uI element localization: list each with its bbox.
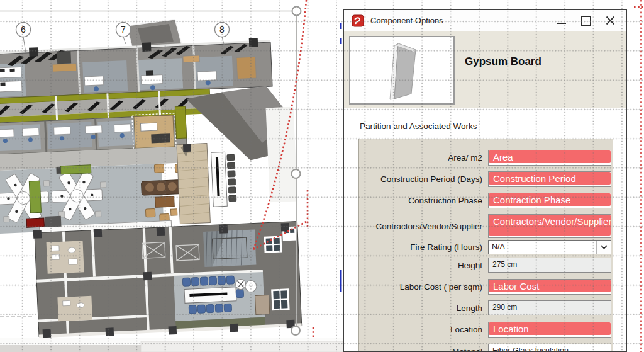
red-cabinet bbox=[26, 218, 45, 227]
section-handle-middle[interactable] bbox=[292, 169, 301, 178]
section-handle-bottom[interactable] bbox=[291, 326, 300, 335]
field-label: Contractors/Vendor/Supplier bbox=[359, 222, 488, 231]
field-label: Height bbox=[359, 261, 488, 270]
field-label: Material bbox=[359, 347, 488, 352]
olive-panel bbox=[175, 106, 186, 139]
bottom-strip-gray bbox=[0, 345, 141, 352]
sketchup-screen: 6 7 8 Component Options bbox=[0, 0, 644, 352]
field-label: Construction Period (Days) bbox=[359, 174, 488, 184]
conference-room bbox=[174, 272, 270, 331]
field-label: Location bbox=[359, 325, 488, 334]
field-label: Labor Cost ( per sqm) bbox=[359, 282, 488, 292]
component-options-dialog: Component Options Gypsum Board Partition… bbox=[343, 9, 627, 352]
field-label: Fire Rating (Hours) bbox=[359, 242, 488, 252]
field-row-fire-rating: Fire Rating (Hours) N/A bbox=[359, 240, 613, 254]
fire-rating-dropdown[interactable]: N/A bbox=[488, 240, 611, 254]
maximize-icon bbox=[581, 16, 591, 26]
meeting-chairs bbox=[227, 154, 236, 202]
contractors-input[interactable]: Contractors/Vendor/Supplier bbox=[488, 214, 611, 238]
close-icon bbox=[606, 16, 615, 25]
stone-floor bbox=[177, 144, 210, 224]
green-bench bbox=[60, 165, 91, 174]
field-row-height: Height 275 cm bbox=[359, 258, 613, 273]
stairwell bbox=[203, 229, 256, 267]
dialog-titlebar[interactable]: Component Options bbox=[344, 10, 626, 31]
field-row-construction-phase: Construction Phase Contraction Phase bbox=[359, 193, 613, 208]
dialog-title: Component Options bbox=[370, 16, 443, 25]
close-button[interactable] bbox=[605, 15, 616, 26]
labor-cost-input[interactable]: Labor Cost bbox=[488, 279, 611, 295]
component-header: Gypsum Board bbox=[344, 31, 626, 108]
minimize-icon bbox=[557, 23, 566, 24]
maximize-button[interactable] bbox=[580, 15, 591, 26]
field-row-construction-period: Construction Period (Days) Construction … bbox=[359, 171, 613, 187]
length-input[interactable]: 290 cm bbox=[488, 300, 611, 315]
field-row-labor-cost: Labor Cost ( per sqm) Labor Cost bbox=[359, 279, 613, 295]
gypsum-board-preview bbox=[350, 37, 453, 103]
dropdown-button[interactable] bbox=[596, 241, 611, 254]
chevron-down-icon bbox=[601, 245, 608, 249]
field-label: Length bbox=[359, 304, 488, 313]
section-title: Partition and Associated Works bbox=[360, 122, 626, 131]
options-form-panel: Area/ m2 Area Construction Period (Days)… bbox=[358, 139, 613, 352]
component-thumbnail bbox=[349, 36, 455, 105]
field-row-location: Location Location bbox=[359, 322, 613, 338]
area-input[interactable]: Area bbox=[488, 150, 611, 166]
grid-bubble-label: 7 bbox=[121, 25, 126, 35]
field-row-area: Area/ m2 Area bbox=[359, 150, 613, 166]
construction-phase-input[interactable]: Contraction Phase bbox=[488, 193, 611, 208]
material-input[interactable]: Fiber Glass Insulation bbox=[488, 344, 611, 352]
meeting-table bbox=[211, 152, 228, 207]
field-row-length: Length 290 cm bbox=[359, 300, 613, 315]
grid-bubble-label: 8 bbox=[219, 25, 225, 35]
construction-period-input[interactable]: Construction Period bbox=[488, 171, 611, 187]
field-row-contractors: Contractors/Vendor/Supplier Contractors/… bbox=[359, 214, 613, 238]
sketchup-logo-icon bbox=[352, 14, 364, 27]
bottom-strip-light bbox=[141, 341, 343, 352]
section-handle-top[interactable] bbox=[292, 7, 301, 16]
green-locker bbox=[29, 181, 41, 213]
floor-plan-model bbox=[0, 14, 303, 343]
field-label: Area/ m2 bbox=[359, 153, 488, 162]
field-label: Construction Phase bbox=[359, 196, 488, 205]
field-row-material: Material Fiber Glass Insulation bbox=[359, 344, 613, 352]
grid-bubble-label: 6 bbox=[21, 25, 26, 35]
location-input[interactable]: Location bbox=[488, 322, 611, 338]
blue-axis-marks bbox=[340, 23, 342, 292]
component-name: Gypsum Board bbox=[465, 55, 541, 68]
wood-floor-room bbox=[134, 115, 174, 149]
minimize-button[interactable] bbox=[556, 15, 567, 26]
height-input[interactable]: 275 cm bbox=[488, 258, 611, 273]
